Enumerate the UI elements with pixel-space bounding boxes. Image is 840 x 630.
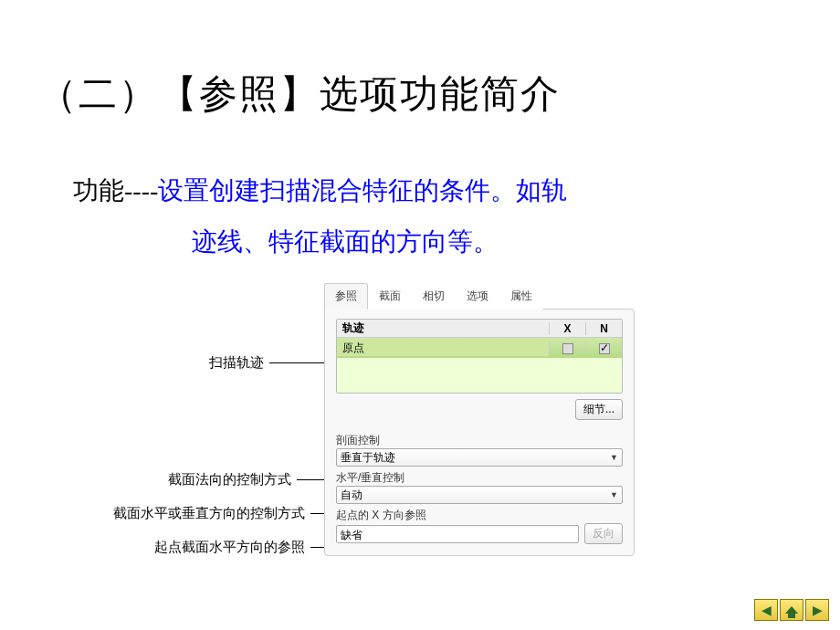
callout-section-normal: 截面法向的控制方式 xyxy=(168,471,324,488)
callout-hv-text: 截面水平或垂直方向的控制方式 xyxy=(113,505,310,522)
tab-reference[interactable]: 参照 xyxy=(324,283,368,310)
callout-line xyxy=(310,513,324,514)
desc-line2: 迹线、特征截面的方向等。 xyxy=(192,227,499,256)
col-n: N xyxy=(585,322,622,335)
tab-options[interactable]: 选项 xyxy=(456,283,499,310)
callout-hv: 截面水平或垂直方向的控制方式 xyxy=(113,505,324,522)
section-control-value: 垂直于轨迹 xyxy=(341,450,395,466)
nav-home-button[interactable] xyxy=(780,599,803,621)
section-control-label: 剖面控制 xyxy=(336,433,623,448)
tab-properties[interactable]: 属性 xyxy=(499,283,543,310)
tab-tangent[interactable]: 相切 xyxy=(412,283,456,310)
checkbox-x-icon[interactable] xyxy=(562,343,573,354)
startpt-label: 起点的 X 方向参照 xyxy=(336,508,623,523)
hv-control-value: 自动 xyxy=(341,488,362,503)
triangle-left-icon: ◀ xyxy=(761,603,772,618)
callout-trajectory: 扫描轨迹 xyxy=(209,354,324,372)
trajectory-row-n[interactable] xyxy=(585,341,622,354)
tab-section[interactable]: 截面 xyxy=(368,283,412,310)
trajectory-row-name: 原点 xyxy=(337,341,549,356)
desc-line1: 设置创建扫描混合特征的条件。如轨 xyxy=(158,176,567,205)
startpt-input[interactable]: 缺省 xyxy=(336,525,579,543)
trajectory-list: 轨迹 X N 原点 xyxy=(336,319,623,394)
checkbox-n-icon[interactable] xyxy=(599,343,610,354)
chevron-down-icon: ▼ xyxy=(610,490,618,499)
reverse-button: 反向 xyxy=(584,523,623,544)
nav-prev-button[interactable]: ◀ xyxy=(754,599,778,621)
options-panel-screenshot: 参照 截面 相切 选项 属性 轨迹 X N 原点 细节... 剖面控制 垂直于轨… xyxy=(324,283,635,556)
col-x: X xyxy=(549,322,585,335)
callout-section-normal-text: 截面法向的控制方式 xyxy=(168,471,297,488)
triangle-right-icon: ▶ xyxy=(813,603,823,618)
chevron-down-icon: ▼ xyxy=(610,453,618,462)
trajectory-blank xyxy=(337,358,622,393)
trajectory-header: 轨迹 X N xyxy=(337,320,622,338)
desc-lead: 功能---- xyxy=(73,176,158,205)
callout-startpt-text: 起点截面水平方向的参照 xyxy=(154,539,310,556)
home-icon xyxy=(785,606,798,614)
nav-icons: ◀ ▶ xyxy=(754,599,829,621)
panel-body: 轨迹 X N 原点 细节... 剖面控制 垂直于轨迹 ▼ 水平/垂直控制 自动 … xyxy=(324,309,635,556)
callout-trajectory-text: 扫描轨迹 xyxy=(209,354,269,372)
callout-line xyxy=(310,547,324,548)
col-trajectory: 轨迹 xyxy=(337,320,549,336)
slide-title: （二）【参照】选项功能简介 xyxy=(0,0,840,120)
trajectory-row[interactable]: 原点 xyxy=(337,338,622,358)
tab-bar: 参照 截面 相切 选项 属性 xyxy=(324,283,635,310)
callout-line xyxy=(297,479,324,480)
callout-line xyxy=(269,362,324,363)
callout-startpt: 起点截面水平方向的参照 xyxy=(154,539,324,556)
nav-next-button[interactable]: ▶ xyxy=(805,599,829,621)
hv-control-label: 水平/垂直控制 xyxy=(336,470,623,486)
description-block: 功能----设置创建扫描混合特征的条件。如轨 迹线、特征截面的方向等。 xyxy=(0,120,840,268)
startpt-row: 缺省 反向 xyxy=(336,523,623,544)
detail-button[interactable]: 细节... xyxy=(575,399,623,420)
hv-control-select[interactable]: 自动 ▼ xyxy=(336,486,623,504)
trajectory-row-x[interactable] xyxy=(549,341,585,354)
detail-row: 细节... xyxy=(336,394,623,429)
section-control-select[interactable]: 垂直于轨迹 ▼ xyxy=(336,448,623,467)
